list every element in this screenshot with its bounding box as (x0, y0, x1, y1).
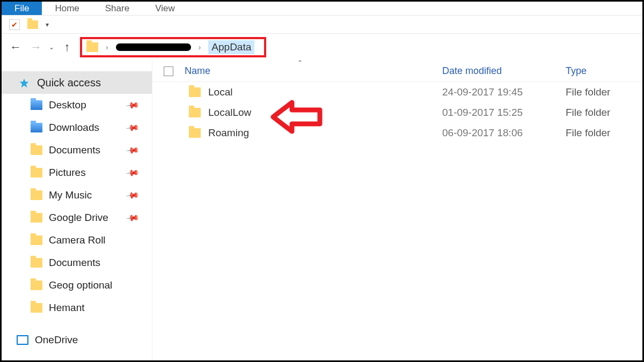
column-header-date[interactable]: Date modified (442, 65, 566, 77)
address-folder-icon (86, 42, 98, 52)
sidebar-item-desktop[interactable]: Desktop 📌 (2, 94, 152, 116)
folder-icon (31, 235, 42, 245)
file-row[interactable]: Roaming 06-09-2017 18:06 File folder (152, 123, 642, 143)
sidebar-item-documents-2[interactable]: Documents (2, 252, 152, 274)
pin-icon: 📌 (125, 120, 140, 135)
sidebar-item-hemant[interactable]: Hemant (2, 297, 152, 319)
pin-icon: 📌 (125, 98, 140, 112)
new-folder-icon[interactable] (27, 20, 38, 29)
sidebar-onedrive[interactable]: OneDrive (2, 329, 152, 351)
sidebar-item-geog-optional[interactable]: Geog optional (2, 274, 152, 297)
column-header-row: Name ⌃ Date modified Type (152, 61, 642, 82)
pin-icon: 📌 (125, 210, 140, 225)
ribbon-tabs: File Home Share View (2, 2, 642, 16)
folder-icon (31, 258, 42, 268)
file-date: 06-09-2017 18:06 (442, 127, 566, 139)
star-icon (19, 78, 31, 87)
folder-icon (31, 213, 42, 223)
file-row[interactable]: LocalLow 01-09-2017 15:25 File folder (152, 102, 642, 123)
sidebar-item-label: Camera Roll (49, 234, 106, 246)
address-segment-current[interactable]: AppData (208, 40, 254, 54)
file-name: Local (208, 86, 232, 98)
ribbon-tab-share[interactable]: Share (92, 2, 142, 15)
svg-marker-0 (20, 79, 29, 88)
nav-back-button[interactable]: ← (8, 40, 23, 55)
file-date: 24-09-2017 19:45 (442, 86, 566, 98)
chevron-right-icon: › (106, 43, 108, 51)
pin-icon: 📌 (125, 188, 140, 202)
column-header-name[interactable]: Name ⌃ (185, 65, 442, 77)
nav-forward-button[interactable]: → (28, 40, 43, 55)
sidebar-item-downloads[interactable]: Downloads 📌 (2, 116, 152, 139)
sidebar-item-label: Documents (49, 144, 100, 156)
folder-icon (31, 303, 42, 313)
sidebar-item-google-drive[interactable]: Google Drive 📌 (2, 206, 152, 229)
column-header-type[interactable]: Type (566, 65, 642, 77)
folder-icon (31, 280, 42, 290)
sidebar-item-pictures[interactable]: Pictures 📌 (2, 161, 152, 184)
sidebar-item-label: My Music (49, 189, 92, 201)
ribbon-tab-home[interactable]: Home (42, 2, 92, 15)
sidebar-item-label: Google Drive (49, 212, 108, 224)
sidebar-item-label: Hemant (49, 302, 85, 314)
sidebar-item-label: Documents (49, 257, 100, 269)
folder-icon (31, 123, 42, 132)
file-type: File folder (566, 127, 642, 139)
folder-icon (189, 128, 201, 138)
pin-icon: 📌 (125, 143, 140, 157)
quick-access-toolbar: ✔ ▾ (2, 16, 642, 34)
sort-ascending-icon: ⌃ (297, 59, 303, 67)
file-date: 01-09-2017 15:25 (442, 107, 566, 119)
folder-icon (31, 168, 42, 178)
nav-up-button[interactable]: ↑ (60, 40, 75, 55)
sidebar-quick-access-label: Quick access (37, 77, 101, 89)
select-all-checkbox[interactable] (164, 67, 173, 76)
sidebar-onedrive-label: OneDrive (35, 334, 78, 346)
sidebar-item-camera-roll[interactable]: Camera Roll (2, 229, 152, 252)
address-bar[interactable]: › › AppData (80, 37, 266, 57)
chevron-right-icon: › (199, 43, 201, 51)
properties-icon[interactable]: ✔ (9, 19, 20, 30)
folder-icon (189, 87, 201, 97)
folder-icon (31, 100, 42, 110)
folder-icon (31, 145, 42, 155)
ribbon-tab-view[interactable]: View (142, 2, 188, 15)
ribbon-tab-file[interactable]: File (2, 2, 42, 15)
sidebar-item-label: Desktop (49, 99, 86, 111)
folder-icon (31, 190, 42, 200)
navigation-row: ← → ⌄ ↑ › › AppData (2, 34, 642, 61)
sidebar-quick-access[interactable]: Quick access (2, 71, 152, 94)
sidebar-item-documents[interactable]: Documents 📌 (2, 139, 152, 161)
address-segment-redacted[interactable] (116, 43, 191, 51)
qat-dropdown-icon[interactable]: ▾ (46, 21, 49, 28)
folder-icon (189, 108, 201, 117)
sidebar-item-my-music[interactable]: My Music 📌 (2, 184, 152, 206)
sidebar-item-label: Geog optional (49, 279, 112, 291)
nav-recent-dropdown[interactable]: ⌄ (49, 43, 54, 51)
file-type: File folder (566, 107, 642, 119)
file-type: File folder (566, 86, 642, 98)
file-row[interactable]: Local 24-09-2017 19:45 File folder (152, 82, 642, 102)
sidebar-item-label: Downloads (49, 122, 99, 134)
file-name: LocalLow (208, 107, 251, 119)
file-list-pane: Name ⌃ Date modified Type Local 24-09-20… (152, 61, 642, 360)
sidebar-item-label: Pictures (49, 167, 86, 179)
onedrive-icon (17, 335, 28, 345)
navigation-pane: Quick access Desktop 📌 Downloads 📌 Docum… (2, 61, 152, 360)
pin-icon: 📌 (125, 165, 140, 180)
file-name: Roaming (208, 127, 249, 139)
